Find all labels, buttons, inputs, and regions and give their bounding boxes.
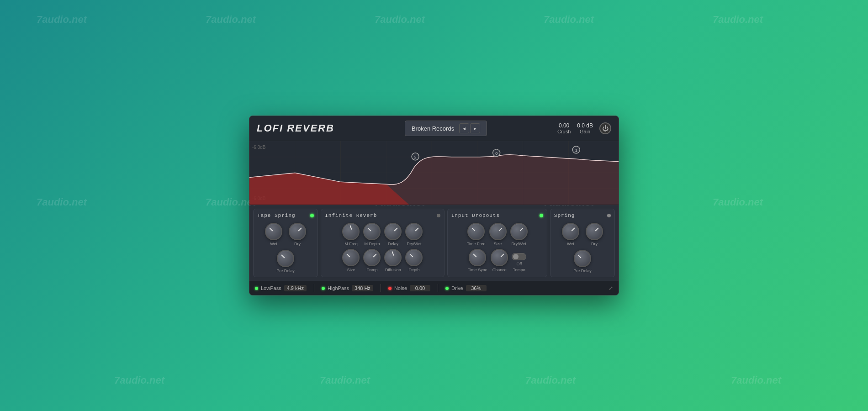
spring-dry-knob[interactable] [586,223,603,240]
preset-area: Broken Records ◄ ► [405,121,487,136]
drive-item: Drive 36% [445,285,487,291]
do-size-label: Size [494,242,502,246]
drive-label: Drive [451,285,463,291]
bottom-bar: LowPass 4.9 kHz HighPass 348 Hz Noise 0.… [249,281,619,295]
damp-knob[interactable] [363,249,381,266]
watermark-2: 7audio.net [206,14,256,26]
power-button[interactable]: ⏻ [599,122,611,134]
noise-label: Noise [394,285,407,291]
delay-knob-item: Delay [384,223,402,246]
diffusion-knob-item: Diffusion [384,249,402,272]
infinite-reverb-led [437,214,440,217]
section-input-dropouts: Input Dropouts Time Free Size Dry/Wet [447,209,547,277]
drywet-knob-item: Dry/Wet [405,223,423,246]
tempo-toggle-button[interactable] [512,253,526,260]
tape-dry-knob[interactable] [289,223,306,240]
spring-predelay-knob-item: Pre Delay [573,250,592,273]
chance-label: Chance [492,268,507,272]
do-drywet-knob-item: Dry/Wet [510,223,528,246]
input-dropouts-header: Input Dropouts [450,213,544,218]
watermark-11: 7audio.net [114,374,164,386]
preset-next-button[interactable]: ► [470,123,480,133]
tempo-toggle-label: Off [516,262,522,266]
section-tape-spring: Tape Spring Wet Dry Pre Delay [253,209,318,277]
tape-dry-label: Dry [294,242,301,246]
watermark-12: 7audio.net [320,374,370,386]
spring-dry-label: Dry [591,242,598,246]
preset-prev-button[interactable]: ◄ [459,123,469,133]
watermark-13: 7audio.net [525,374,576,386]
do-size-knob[interactable] [489,223,507,240]
svg-text:2: 2 [414,155,417,159]
mdepth-knob-item: M.Depth [363,223,381,246]
damp-knob-item: Damp [363,249,381,272]
noise-value[interactable]: 0.00 [410,285,430,291]
spring-predelay-label: Pre Delay [573,269,592,273]
chance-knob-item: Chance [491,249,508,272]
mfreq-label: M.Freq [344,242,358,246]
plugin-window: LOFI REVERB Broken Records ◄ ► 0.00 Crus… [249,116,619,295]
diffusion-knob[interactable] [384,249,402,266]
watermark-7: 7audio.net [206,196,256,208]
svg-text:0: 0 [495,151,498,156]
infinite-reverb-header: Infinite Reverb [324,213,441,218]
resize-handle[interactable]: ⤢ [609,285,613,291]
mdepth-knob[interactable] [363,223,381,240]
do-drywet-knob[interactable] [510,223,528,240]
tape-predelay-label: Pre Delay [276,269,295,273]
timesync-knob[interactable] [469,249,486,266]
mfreq-knob[interactable] [342,223,360,240]
watermark-3: 7audio.net [375,14,425,26]
delay-knob[interactable] [384,223,402,240]
do-size-knob-item: Size [489,223,507,246]
highpass-led [322,287,325,290]
preset-display: Broken Records ◄ ► [405,121,487,136]
logo: LOFI REVERB [257,122,334,134]
inf-size-label: Size [347,268,355,272]
depth-knob[interactable] [405,249,423,266]
lowpass-item: LowPass 4.9 kHz [255,285,307,291]
highpass-value[interactable]: 348 Hz [352,285,373,291]
divider-3 [438,284,438,292]
drywet-knob[interactable] [405,223,423,240]
eq-display: -6.0dB -6.0dB 2 [249,141,619,205]
chance-knob[interactable] [491,249,508,266]
spring-led [607,214,611,217]
toggle-dot [513,254,519,259]
do-drywet-label: Dry/Wet [511,242,526,246]
dropouts-row2: Time Sync Chance Off Tempo [450,249,544,272]
spring-wet-knob-item: Wet [562,223,579,246]
header-right: 0.00 Crush 0.0 dB Gain ⏻ [557,122,611,134]
highpass-item: HighPass 348 Hz [322,285,373,291]
drive-value[interactable]: 36% [466,285,487,291]
dropouts-row1: Time Free Size Dry/Wet [450,223,544,246]
spring-wet-knob[interactable] [562,223,579,240]
drive-led [445,287,449,290]
tape-wet-knob[interactable] [265,223,282,240]
watermark-6: 7audio.net [37,196,87,208]
tempo-toggle-item: Off Tempo [512,253,526,272]
eq-svg: 2 0 1 [249,141,619,205]
tape-pre-delay-area: Pre Delay [256,250,315,273]
divider-2 [381,284,381,292]
mfreq-knob-item: M.Freq [342,223,360,246]
sections: Tape Spring Wet Dry Pre Delay [249,205,619,281]
watermark-4: 7audio.net [544,14,594,26]
timefree-knob[interactable] [467,223,485,240]
infinite-reverb-title: Infinite Reverb [325,213,377,218]
tape-predelay-knob[interactable] [277,250,294,267]
inf-size-knob[interactable] [342,249,360,266]
lowpass-label: LowPass [261,285,281,291]
svg-text:1: 1 [575,148,577,153]
depth-knob-item: Depth [405,249,423,272]
noise-item: Noise 0.00 [388,285,430,291]
timefree-knob-item: Time Free [467,223,486,246]
diffusion-label: Diffusion [385,268,401,272]
gain-value: 0.0 dB Gain [577,122,593,134]
damp-label: Damp [366,268,377,272]
header: LOFI REVERB Broken Records ◄ ► 0.00 Crus… [249,116,619,141]
timesync-knob-item: Time Sync [468,249,487,272]
spring-predelay-knob[interactable] [574,250,591,267]
lowpass-value[interactable]: 4.9 kHz [284,285,307,291]
delay-label: Delay [388,242,398,246]
